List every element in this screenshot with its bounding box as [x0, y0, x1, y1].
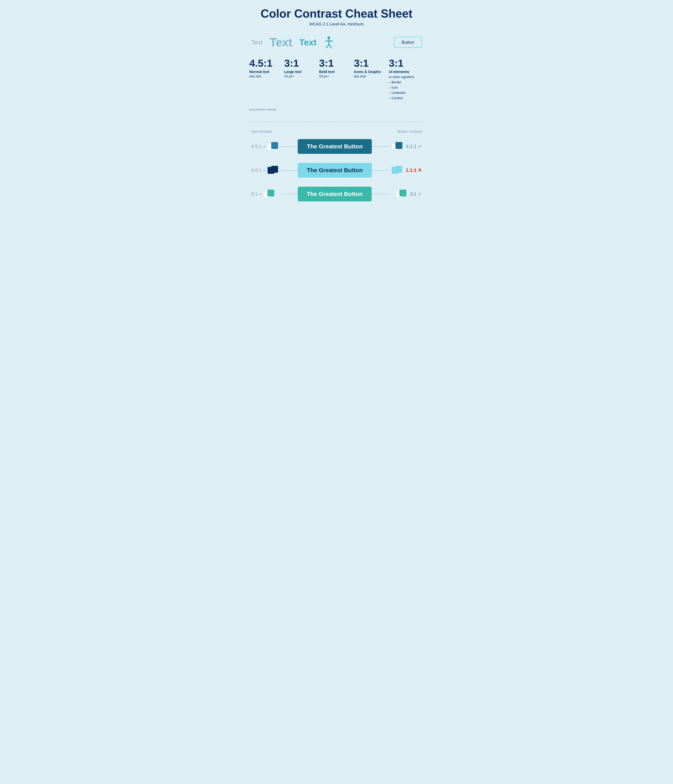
- connector-right-1: [372, 170, 389, 171]
- swatch-right-front-2: [399, 190, 407, 196]
- swatch-front-2: [267, 190, 274, 196]
- ratio-label-sub-1: 24 px+: [284, 75, 319, 78]
- ratio-label-sub-3: any size: [354, 75, 389, 78]
- ratio-item-3: 3:1 Icons & Graphs any size: [354, 58, 389, 78]
- border-ratio-2: 3:1 ✓: [410, 191, 422, 197]
- ratio-label-sub-4: or other signifiers: – Border – Icon – U…: [389, 75, 424, 101]
- ratio-number-2: 3:1: [319, 58, 354, 68]
- ratio-label-bold-4: UI elements: [389, 70, 424, 74]
- ratio-label-bold-1: Large text: [284, 70, 319, 74]
- text-contrast-label: Text contrast: [251, 129, 272, 134]
- swatch-front-0: [271, 142, 278, 149]
- connector-left-1: [280, 170, 298, 171]
- ratio-number-3: 3:1: [354, 58, 389, 68]
- bottom-section: Text contrast Button contrast 4.5:1 ✓ Th…: [249, 129, 424, 201]
- button-row-0: 4.5:1 ✓ The Greatest Button 4.1:1 ✓: [251, 139, 422, 154]
- examples-row: Text Text Text Button: [249, 36, 424, 49]
- section-divider: [249, 122, 424, 122]
- ratios-row: 4.5:1 Normal text any size 3:1 Large tex…: [249, 58, 424, 101]
- ratio-left-2: 3:1 ✓: [251, 190, 280, 199]
- ratio-left-0: 4.5:1 ✓: [251, 142, 280, 151]
- swatch-right-front-1: [395, 166, 402, 173]
- ratio-label-sub-0: any size: [249, 75, 284, 78]
- main-button-2[interactable]: The Greatest Button: [298, 187, 372, 201]
- swatch-left-0: [268, 142, 280, 151]
- ratio-item-4: 3:1 UI elements or other signifiers: – B…: [389, 58, 424, 101]
- button-row-1: 9.5:1 ✓ The Greatest Button 1.1:1 ✕: [251, 163, 422, 177]
- svg-line-3: [326, 44, 329, 48]
- page-container: Color Contrast Cheat Sheet WCAG 2.1 Leve…: [242, 0, 431, 221]
- source-link: pmty.pe/color-contrast: [249, 108, 424, 111]
- ratio-label-sub-2: 19 px+: [319, 75, 354, 78]
- swatch-front-1: [271, 166, 278, 173]
- svg-line-4: [329, 44, 331, 48]
- text-ratio-1: 9.5:1: [251, 168, 262, 173]
- check-2: ✓: [259, 192, 262, 196]
- check-1: ✓: [263, 168, 266, 173]
- main-button-1[interactable]: The Greatest Button: [298, 163, 372, 177]
- connector-left-2: [280, 194, 298, 194]
- ratio-right-0: 4.1:1 ✓: [389, 142, 422, 151]
- ratio-item-2: 3:1 Bold text 19 px+: [319, 58, 354, 78]
- example-button-wrap: Button: [394, 37, 422, 48]
- top-section: Color Contrast Cheat Sheet WCAG 2.1 Leve…: [249, 7, 424, 117]
- swatch-left-1: [268, 166, 280, 175]
- connector-right-0: [372, 146, 389, 147]
- ratio-item-0: 4.5:1 Normal text any size: [249, 58, 284, 78]
- button-row-2: 3:1 ✓ The Greatest Button 3:1 ✓: [251, 187, 422, 201]
- example-bold-text: Text: [299, 37, 316, 47]
- ratio-number-1: 3:1: [284, 58, 319, 68]
- border-ratio-1: 1.1:1 ✕: [406, 168, 422, 173]
- example-button[interactable]: Button: [394, 37, 422, 48]
- ratio-number-0: 4.5:1: [249, 58, 284, 68]
- ratio-item-1: 3:1 Large text 24 px+: [284, 58, 319, 78]
- text-ratio-2: 3:1: [251, 191, 258, 197]
- main-button-0[interactable]: The Greatest Button: [298, 139, 372, 154]
- swatch-right-front-0: [396, 142, 402, 149]
- example-normal-text: Text: [251, 39, 262, 46]
- ratio-label-bold-0: Normal text: [249, 70, 284, 74]
- ratio-right-2: 3:1 ✓: [389, 190, 422, 199]
- ratio-left-1: 9.5:1 ✓: [251, 166, 280, 175]
- ratio-label-bold-2: Bold text: [319, 70, 354, 74]
- main-title: Color Contrast Cheat Sheet: [249, 7, 424, 20]
- ratio-label-bold-3: Icons & Graphs: [354, 70, 389, 74]
- text-ratio-0: 4.5:1: [251, 144, 262, 149]
- ratio-number-4: 3:1: [389, 58, 424, 68]
- border-ratio-0: 4.1:1 ✓: [406, 144, 422, 149]
- subtitle: WCAG 2.1 Level AA, minimum: [249, 22, 424, 26]
- example-large-text: Text: [270, 36, 292, 49]
- contrast-labels: Text contrast Button contrast: [251, 129, 422, 134]
- ratio-right-1: 1.1:1 ✕: [389, 166, 422, 175]
- swatch-right-1: [392, 166, 404, 175]
- swatch-left-2: [264, 190, 276, 199]
- swatch-right-0: [392, 142, 405, 151]
- accessibility-icon: [324, 36, 334, 49]
- check-0: ✓: [263, 145, 266, 149]
- swatch-right-2: [396, 190, 408, 199]
- connector-left-0: [280, 146, 298, 147]
- button-contrast-label: Button contrast: [397, 129, 422, 134]
- connector-right-2: [372, 194, 389, 194]
